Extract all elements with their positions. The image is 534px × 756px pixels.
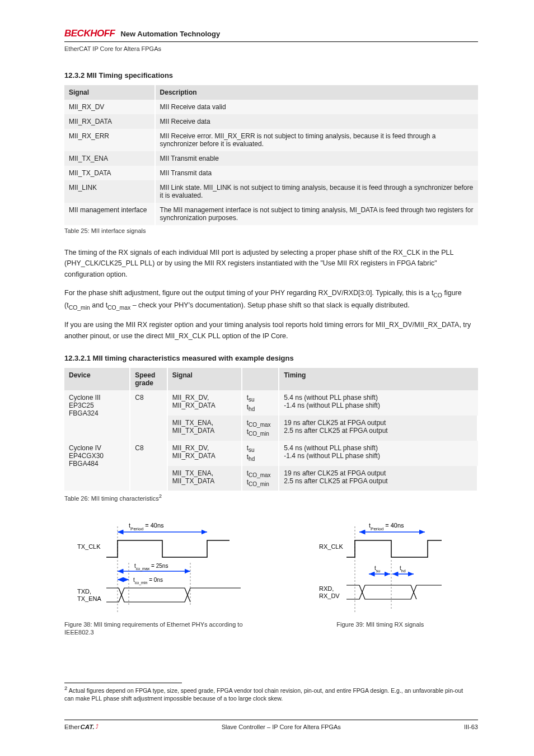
text: = 0ns bbox=[149, 577, 163, 583]
table-caption: Table 26: MII timing characteristics2 bbox=[64, 493, 478, 502]
cell: MII_LINK bbox=[64, 180, 156, 203]
cell: tsu thd bbox=[242, 390, 280, 416]
cell: MII Receive error. MII_RX_ERR is not sub… bbox=[156, 129, 478, 151]
subscript: hd bbox=[249, 456, 255, 463]
subscript: co_min bbox=[135, 580, 148, 585]
text: MII_RX_DATA bbox=[172, 452, 216, 460]
svg-text:tco_max = 25ns: tco_max = 25ns bbox=[134, 563, 168, 571]
cell: 19 ns after CLK25 at FPGA output 2.5 ns … bbox=[279, 416, 478, 441]
text: "Use MII RX registers in FPGA fabric" bbox=[320, 259, 437, 267]
subscript: CO_max bbox=[249, 422, 270, 428]
text: Cyclone III bbox=[69, 394, 101, 402]
text: For the phase shift adjustment, figure o… bbox=[64, 289, 433, 297]
subscript: CO_min bbox=[69, 304, 90, 310]
paragraph: For the phase shift adjustment, figure o… bbox=[64, 288, 478, 312]
label: TXD, bbox=[77, 588, 91, 595]
mii-signals-table: Signal Description MII_RX_DVMII Receive … bbox=[64, 85, 478, 225]
subscript: CO_min bbox=[249, 481, 269, 487]
text: 5.4 ns (without PLL phase shift) bbox=[284, 394, 378, 402]
cell: MII Transmit enable bbox=[156, 151, 478, 166]
text: 19 ns after CLK25 at FPGA output bbox=[284, 469, 386, 477]
timing-diagram-icon: tPeriod = 40ns TX_CLK tco_max = 25ns tco… bbox=[73, 515, 252, 616]
cell: Cyclone IV EP4CGX30 FBGA484 bbox=[64, 441, 130, 491]
cell: MII_RX_DV, MII_RX_DATA bbox=[168, 390, 242, 416]
text: 19 ns after CLK25 at FPGA output bbox=[284, 419, 386, 427]
text: and t bbox=[92, 301, 107, 309]
superscript: 2 bbox=[159, 493, 162, 499]
table-row: MII_TX_DATAMII Transmit data bbox=[64, 166, 478, 180]
cell: MII_TX_ENA, MII_TX_DATA bbox=[168, 466, 242, 491]
table-row: MII_RX_DVMII Receive data valid bbox=[64, 100, 478, 114]
text: -1.4 ns (without PLL phase shift) bbox=[284, 402, 380, 409]
cell: tCO_max tCO_min bbox=[242, 416, 280, 441]
text: EP4CGX30 bbox=[69, 452, 104, 460]
text: EP3C25 bbox=[69, 402, 94, 409]
subscript: su bbox=[376, 568, 381, 572]
page-header: BECKHOFF New Automation Technology bbox=[64, 28, 478, 42]
cell: MII_RX_DV, MII_RX_DATA bbox=[168, 441, 242, 466]
col-device: Device bbox=[64, 368, 130, 390]
text: -1.4 ns (without PLL phase shift) bbox=[284, 452, 380, 460]
cell: MII_TX_ENA bbox=[64, 151, 156, 166]
page-footer: EtherCAT.⤴ Slave Controller – IP Core fo… bbox=[64, 720, 478, 730]
table-row: MII_TX_ENAMII Transmit enable bbox=[64, 151, 478, 166]
cell: Cyclone III EP3C25 FBGA324 bbox=[64, 390, 130, 441]
table-row: Cyclone III EP3C25 FBGA324 C8 MII_RX_DV,… bbox=[64, 390, 478, 416]
text: MII_RX_DV, bbox=[172, 444, 209, 452]
paragraph: If you are using the MII RX register opt… bbox=[64, 320, 478, 342]
cell: 5.4 ns (without PLL phase shift) -1.4 ns… bbox=[279, 390, 478, 416]
col-description: Description bbox=[156, 85, 478, 100]
timing-diagram-icon: tPeriod = 40ns RX_CLK tsu thd RXD, RX_DV bbox=[316, 515, 444, 616]
subscript: Period bbox=[371, 526, 383, 531]
section-heading-mii-timing: 12.3.2 MII Timing specifications bbox=[64, 71, 478, 80]
text: FBGA324 bbox=[69, 409, 99, 417]
col-timing: Timing bbox=[279, 368, 478, 390]
cell: MII Link state. MII_LINK is not subject … bbox=[156, 180, 478, 203]
cell: MII_TX_DATA bbox=[64, 166, 156, 180]
table-caption: Table 25: MII interface signals bbox=[64, 227, 478, 234]
figure-caption: Figure 38: MII timing requirements of Et… bbox=[64, 620, 260, 637]
table-row: Cyclone IV EP4CGX30 FBGA484 C8 MII_RX_DV… bbox=[64, 441, 478, 466]
subscript: su bbox=[249, 397, 255, 403]
subscript: CO_min bbox=[249, 431, 269, 437]
svg-text:tPeriod = 40ns: tPeriod = 40ns bbox=[369, 522, 404, 531]
text: MII_RX_DATA bbox=[172, 402, 216, 409]
text: MII_TX_ENA, bbox=[172, 469, 213, 477]
footnote-separator bbox=[64, 683, 182, 683]
subscript: hd bbox=[401, 568, 406, 572]
text: FBGA484 bbox=[69, 460, 99, 468]
cell: The MII management interface is not subj… bbox=[156, 203, 478, 225]
table-row: MII_RX_ERRMII Receive error. MII_RX_ERR … bbox=[64, 129, 478, 151]
text: configuration option. bbox=[64, 270, 128, 278]
cell: C8 bbox=[130, 390, 168, 441]
text: MII_TX_DATA bbox=[172, 477, 215, 485]
brand-logo: BECKHOFF bbox=[64, 28, 115, 39]
text: – check your PHY's documentation). Setup… bbox=[133, 301, 410, 309]
text: MII_TX_ENA, bbox=[172, 419, 213, 427]
section-heading-mii-characteristics: 12.3.2.1 MII timing characteristics meas… bbox=[64, 354, 478, 362]
cell: tsu thd bbox=[242, 441, 280, 466]
footnote: 2 Actual figures depend on FPGA type, si… bbox=[64, 685, 467, 702]
col-blank bbox=[242, 368, 280, 390]
subscript: CO bbox=[433, 292, 442, 298]
page-number: III-63 bbox=[464, 724, 478, 730]
subscript: CO_max bbox=[107, 304, 130, 310]
subscript: CO_max bbox=[249, 472, 270, 478]
paragraph: The timing of the RX signals of each ind… bbox=[64, 248, 478, 280]
cell: MII management interface bbox=[64, 203, 156, 225]
cell: MII_TX_ENA, MII_TX_DATA bbox=[168, 416, 242, 441]
col-speed: Speed grade bbox=[130, 368, 168, 390]
text: MII_RX_DV, bbox=[172, 394, 209, 402]
label: RX_DV bbox=[319, 592, 340, 599]
text: Table 26: MII timing characteristics bbox=[64, 495, 159, 502]
svg-text:tsu: tsu bbox=[374, 565, 380, 573]
cell: tCO_max tCO_min bbox=[242, 466, 280, 491]
cell: MII_RX_DATA bbox=[64, 114, 156, 129]
subscript: Period bbox=[130, 526, 143, 531]
text: = 25ns bbox=[151, 563, 168, 569]
table-row: MII management interfaceThe MII manageme… bbox=[64, 203, 478, 225]
label: TX_CLK bbox=[77, 543, 101, 550]
footer-center: Slave Controller – IP Core for Altera FP… bbox=[222, 724, 341, 730]
label: TX_ENA bbox=[77, 595, 101, 602]
table-row: MII_RX_DATAMII Receive data bbox=[64, 114, 478, 129]
